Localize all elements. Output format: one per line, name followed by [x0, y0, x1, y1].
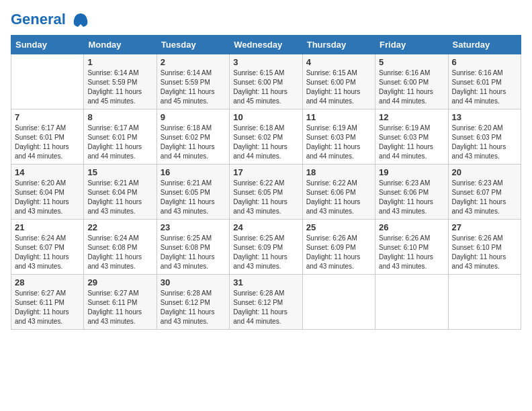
calendar-cell: 28Sunrise: 6:27 AM Sunset: 6:11 PM Dayli…	[11, 275, 84, 330]
calendar-cell: 16Sunrise: 6:21 AM Sunset: 6:05 PM Dayli…	[157, 165, 229, 220]
calendar-cell: 8Sunrise: 6:17 AM Sunset: 6:01 PM Daylig…	[84, 109, 157, 165]
day-number: 1	[87, 57, 152, 67]
calendar-cell: 26Sunrise: 6:26 AM Sunset: 6:10 PM Dayli…	[375, 220, 448, 275]
day-number: 30	[161, 277, 226, 287]
day-info: Sunrise: 6:17 AM Sunset: 6:01 PM Dayligh…	[87, 124, 152, 161]
calendar-cell: 19Sunrise: 6:23 AM Sunset: 6:06 PM Dayli…	[375, 165, 448, 220]
day-number: 26	[379, 222, 444, 232]
day-info: Sunrise: 6:19 AM Sunset: 6:03 PM Dayligh…	[379, 124, 444, 161]
day-info: Sunrise: 6:19 AM Sunset: 6:03 PM Dayligh…	[306, 124, 371, 161]
day-header-friday: Friday	[375, 36, 448, 54]
day-number: 4	[306, 57, 371, 67]
calendar-cell: 5Sunrise: 6:16 AM Sunset: 6:00 PM Daylig…	[375, 54, 448, 109]
calendar-cell: 6Sunrise: 6:16 AM Sunset: 6:01 PM Daylig…	[448, 54, 521, 109]
calendar-week-row: 14Sunrise: 6:20 AM Sunset: 6:04 PM Dayli…	[11, 165, 521, 220]
day-info: Sunrise: 6:20 AM Sunset: 6:04 PM Dayligh…	[15, 179, 80, 216]
logo-text: General	[11, 11, 90, 30]
day-number: 8	[87, 112, 152, 122]
calendar-cell: 24Sunrise: 6:25 AM Sunset: 6:09 PM Dayli…	[230, 220, 302, 275]
day-info: Sunrise: 6:26 AM Sunset: 6:09 PM Dayligh…	[306, 234, 371, 271]
day-number: 14	[15, 167, 80, 177]
calendar-cell: 25Sunrise: 6:26 AM Sunset: 6:09 PM Dayli…	[302, 220, 375, 275]
day-info: Sunrise: 6:27 AM Sunset: 6:11 PM Dayligh…	[15, 289, 80, 326]
calendar-header-row: SundayMondayTuesdayWednesdayThursdayFrid…	[11, 36, 521, 54]
calendar-cell	[448, 275, 521, 330]
day-number: 18	[306, 167, 371, 177]
calendar-week-row: 1Sunrise: 6:14 AM Sunset: 5:59 PM Daylig…	[11, 54, 521, 109]
day-info: Sunrise: 6:26 AM Sunset: 6:10 PM Dayligh…	[379, 234, 444, 271]
day-info: Sunrise: 6:23 AM Sunset: 6:06 PM Dayligh…	[379, 179, 444, 216]
calendar-table: SundayMondayTuesdayWednesdayThursdayFrid…	[11, 35, 521, 330]
calendar-cell	[375, 275, 448, 330]
day-number: 5	[379, 57, 444, 67]
day-info: Sunrise: 6:23 AM Sunset: 6:07 PM Dayligh…	[452, 179, 517, 216]
day-number: 16	[161, 167, 226, 177]
calendar-week-row: 28Sunrise: 6:27 AM Sunset: 6:11 PM Dayli…	[11, 275, 521, 330]
calendar-cell: 1Sunrise: 6:14 AM Sunset: 5:59 PM Daylig…	[84, 54, 157, 109]
day-number: 12	[379, 112, 444, 122]
calendar-cell: 12Sunrise: 6:19 AM Sunset: 6:03 PM Dayli…	[375, 109, 448, 165]
day-number: 31	[233, 277, 298, 287]
day-info: Sunrise: 6:28 AM Sunset: 6:12 PM Dayligh…	[161, 289, 226, 326]
day-number: 15	[87, 167, 152, 177]
calendar-week-row: 7Sunrise: 6:17 AM Sunset: 6:01 PM Daylig…	[11, 109, 521, 165]
day-info: Sunrise: 6:21 AM Sunset: 6:04 PM Dayligh…	[87, 179, 152, 216]
day-info: Sunrise: 6:16 AM Sunset: 6:01 PM Dayligh…	[452, 68, 517, 106]
day-info: Sunrise: 6:26 AM Sunset: 6:10 PM Dayligh…	[452, 234, 517, 271]
day-info: Sunrise: 6:24 AM Sunset: 6:07 PM Dayligh…	[15, 234, 80, 271]
calendar-body: 1Sunrise: 6:14 AM Sunset: 5:59 PM Daylig…	[11, 54, 521, 330]
day-info: Sunrise: 6:16 AM Sunset: 6:00 PM Dayligh…	[379, 68, 444, 106]
day-number: 23	[161, 222, 226, 232]
day-info: Sunrise: 6:14 AM Sunset: 5:59 PM Dayligh…	[87, 68, 152, 106]
calendar-cell: 23Sunrise: 6:25 AM Sunset: 6:08 PM Dayli…	[157, 220, 229, 275]
day-info: Sunrise: 6:20 AM Sunset: 6:03 PM Dayligh…	[452, 124, 517, 161]
calendar-cell: 11Sunrise: 6:19 AM Sunset: 6:03 PM Dayli…	[302, 109, 375, 165]
calendar-cell: 31Sunrise: 6:28 AM Sunset: 6:12 PM Dayli…	[230, 275, 302, 330]
logo: General	[11, 11, 90, 30]
calendar-cell: 30Sunrise: 6:28 AM Sunset: 6:12 PM Dayli…	[157, 275, 229, 330]
day-number: 3	[233, 57, 298, 67]
calendar-cell: 21Sunrise: 6:24 AM Sunset: 6:07 PM Dayli…	[11, 220, 84, 275]
calendar-cell: 17Sunrise: 6:22 AM Sunset: 6:05 PM Dayli…	[230, 165, 302, 220]
day-info: Sunrise: 6:17 AM Sunset: 6:01 PM Dayligh…	[15, 124, 80, 161]
calendar-cell: 9Sunrise: 6:18 AM Sunset: 6:02 PM Daylig…	[157, 109, 229, 165]
day-number: 20	[452, 167, 517, 177]
calendar-cell: 4Sunrise: 6:15 AM Sunset: 6:00 PM Daylig…	[302, 54, 375, 109]
day-info: Sunrise: 6:14 AM Sunset: 5:59 PM Dayligh…	[161, 68, 226, 106]
day-header-sunday: Sunday	[11, 36, 84, 54]
day-header-thursday: Thursday	[302, 36, 375, 54]
day-number: 22	[87, 222, 152, 232]
day-number: 24	[233, 222, 298, 232]
day-info: Sunrise: 6:18 AM Sunset: 6:02 PM Dayligh…	[161, 124, 226, 161]
calendar-cell: 22Sunrise: 6:24 AM Sunset: 6:08 PM Dayli…	[84, 220, 157, 275]
day-number: 6	[452, 57, 517, 67]
day-info: Sunrise: 6:27 AM Sunset: 6:11 PM Dayligh…	[87, 289, 152, 326]
day-info: Sunrise: 6:28 AM Sunset: 6:12 PM Dayligh…	[233, 289, 298, 326]
day-header-monday: Monday	[84, 36, 157, 54]
day-info: Sunrise: 6:25 AM Sunset: 6:09 PM Dayligh…	[233, 234, 298, 271]
day-number: 9	[161, 112, 226, 122]
day-info: Sunrise: 6:25 AM Sunset: 6:08 PM Dayligh…	[161, 234, 226, 271]
calendar-cell	[11, 54, 84, 109]
day-info: Sunrise: 6:18 AM Sunset: 6:02 PM Dayligh…	[233, 124, 298, 161]
day-number: 25	[306, 222, 371, 232]
calendar-cell: 15Sunrise: 6:21 AM Sunset: 6:04 PM Dayli…	[84, 165, 157, 220]
day-number: 27	[452, 222, 517, 232]
day-header-saturday: Saturday	[448, 36, 521, 54]
day-info: Sunrise: 6:22 AM Sunset: 6:05 PM Dayligh…	[233, 179, 298, 216]
day-header-tuesday: Tuesday	[157, 36, 229, 54]
day-number: 28	[15, 277, 80, 287]
calendar-cell: 13Sunrise: 6:20 AM Sunset: 6:03 PM Dayli…	[448, 109, 521, 165]
calendar-cell: 29Sunrise: 6:27 AM Sunset: 6:11 PM Dayli…	[84, 275, 157, 330]
day-number: 7	[15, 112, 80, 122]
calendar-cell	[302, 275, 375, 330]
calendar-cell: 2Sunrise: 6:14 AM Sunset: 5:59 PM Daylig…	[157, 54, 229, 109]
day-number: 11	[306, 112, 371, 122]
day-info: Sunrise: 6:24 AM Sunset: 6:08 PM Dayligh…	[87, 234, 152, 271]
day-number: 2	[161, 57, 226, 67]
day-number: 29	[87, 277, 152, 287]
day-number: 21	[15, 222, 80, 232]
day-info: Sunrise: 6:15 AM Sunset: 6:00 PM Dayligh…	[306, 68, 371, 106]
calendar-cell: 7Sunrise: 6:17 AM Sunset: 6:01 PM Daylig…	[11, 109, 84, 165]
day-header-wednesday: Wednesday	[230, 36, 302, 54]
